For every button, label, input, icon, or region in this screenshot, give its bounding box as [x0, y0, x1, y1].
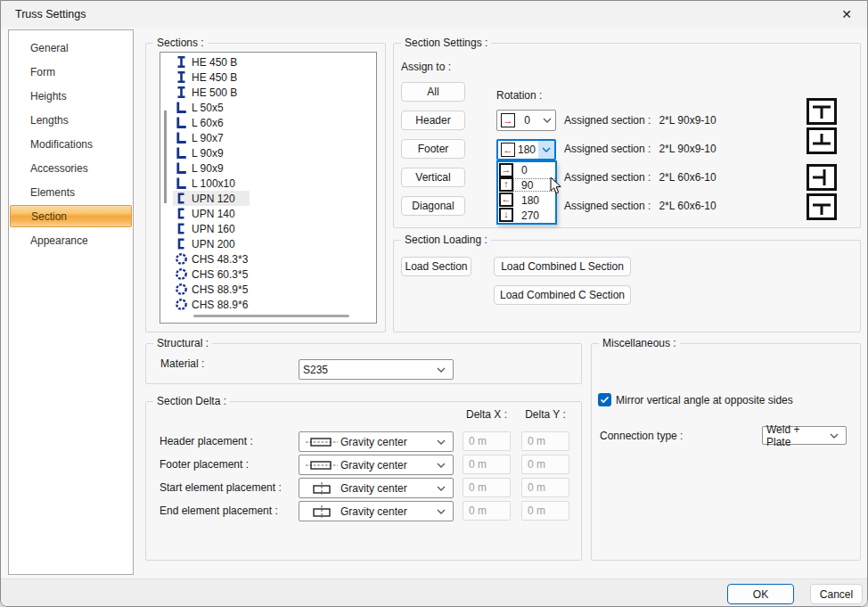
section-list-item[interactable]: HE 450 B [160, 70, 376, 85]
assign-button[interactable]: Diagonal [401, 196, 465, 216]
ok-button[interactable]: OK [727, 584, 794, 604]
section-list-item[interactable]: L 90x7 [160, 130, 376, 145]
load-combined-c-section-button[interactable]: Load Combined C Section [494, 285, 631, 305]
section-list-item[interactable]: L 60x6 [160, 115, 376, 130]
sidebar-item-label: Accessories [30, 162, 88, 175]
section-list-item[interactable]: HE 500 B [160, 85, 376, 100]
placement-combo[interactable]: Gravity center [299, 455, 454, 475]
rotation-arrow-icon: ↓ [499, 208, 513, 222]
sidebar-item[interactable]: Appearance [9, 228, 133, 252]
section-list-item[interactable]: CHS 48.3*3 [160, 251, 376, 267]
l-angle-icon [175, 176, 188, 190]
connection-type-value: Weld + Plate [766, 423, 826, 448]
assign-button-label: All [427, 86, 438, 98]
load-combined-l-section-button[interactable]: Load Combined L Section [494, 257, 631, 276]
assign-button-label: Diagonal [412, 200, 454, 212]
assign-button[interactable]: Footer [401, 139, 465, 159]
i-beam-icon [175, 55, 188, 69]
sidebar-item[interactable]: Modifications [9, 132, 133, 156]
sidebar-item[interactable]: General [9, 36, 133, 60]
connection-type-combo[interactable]: Weld + Plate [762, 426, 847, 445]
delta-x-field[interactable]: 0 m [463, 501, 511, 521]
rotation-arrow-icon: → [499, 163, 513, 177]
assign-button[interactable]: Header [401, 111, 465, 130]
sections-listbox[interactable]: HE 450 B HE 450 B [160, 52, 377, 324]
sidebar-item[interactable]: Heights [9, 84, 133, 108]
sidebar-item-label: Appearance [30, 234, 88, 247]
section-list-item[interactable]: L 50x5 [160, 100, 376, 115]
rotation-option[interactable]: → 0 [498, 162, 555, 177]
chevron-down-icon [433, 479, 449, 497]
placement-combo[interactable]: Gravity center [299, 431, 454, 452]
section-list-item[interactable]: UPN 200 [160, 236, 376, 251]
section-list-item[interactable]: L 100x10 [160, 176, 376, 191]
placement-value: Gravity center [340, 459, 433, 472]
section-list-item-label: UPN 200 [192, 238, 235, 250]
placement-row: Header placement : Gravity center 0 m 0 … [146, 431, 581, 452]
section-list-item[interactable]: UPN 140 [160, 206, 376, 221]
sidebar-item-label: Section [31, 210, 67, 223]
section-list-item[interactable]: CHS 88.9*6 [160, 297, 376, 312]
assigned-section-row: Assigned section : 2*L 60x6-10 [564, 171, 717, 184]
sidebar-item[interactable]: Section [10, 205, 132, 227]
delta-x-field[interactable]: 0 m [463, 478, 511, 497]
placement-value: Gravity center [340, 436, 433, 448]
sidebar-item-label: Lengths [30, 114, 69, 127]
placement-combo[interactable]: Gravity center [299, 501, 454, 521]
cancel-button[interactable]: Cancel [810, 584, 863, 604]
sidebar-item[interactable]: Elements [9, 180, 133, 204]
assigned-section-row: Assigned section : 2*L 90x9-10 [564, 143, 717, 155]
assigned-section-value: 2*L 90x9-10 [659, 114, 716, 127]
assigned-section-label: Assigned section : [564, 143, 651, 155]
assign-button[interactable]: Vertical [401, 168, 465, 187]
assigned-section-label: Assigned section : [564, 114, 651, 127]
chevron-down-icon [826, 427, 842, 444]
section-list-item[interactable]: CHS 88.9*5 [160, 282, 376, 297]
chevron-down-icon [433, 502, 449, 521]
section-list-item[interactable]: CHS 60.3*5 [160, 267, 376, 282]
delta-y-field[interactable]: 0 m [521, 431, 569, 451]
section-list-item-label: L 90x7 [192, 132, 224, 144]
section-list-item-label: L 90x9 [192, 162, 224, 175]
sidebar-item[interactable]: Accessories [9, 156, 133, 180]
truss-settings-dialog: Truss Settings ✕ General Form Heights Le… [0, 0, 868, 607]
list-horizontal-scrollbar[interactable] [193, 315, 349, 317]
rotation-option[interactable]: ↓ 270 [498, 208, 555, 223]
assign-button-label: Vertical [415, 171, 450, 184]
section-orientation-icon [807, 98, 837, 125]
section-list-item[interactable]: L 90x9 [160, 145, 376, 160]
placement-row: Footer placement : Gravity center 0 m 0 … [146, 455, 581, 475]
section-list-item[interactable]: UPN 160 [160, 221, 376, 236]
titlebar: Truss Settings ✕ [1, 1, 867, 28]
delta-y-field[interactable]: 0 m [521, 478, 569, 497]
section-list-item-label: UPN 140 [192, 208, 235, 220]
close-icon[interactable]: ✕ [826, 1, 867, 28]
connection-type-label: Connection type : [600, 430, 683, 442]
list-vertical-scroll-indicator[interactable] [164, 111, 167, 203]
placement-combo[interactable]: Gravity center [299, 478, 454, 498]
l-angle-icon [175, 116, 188, 129]
assign-button[interactable]: All [401, 82, 465, 102]
rotation-option-label: 90 [521, 179, 533, 192]
material-combo[interactable]: S235 [299, 359, 454, 380]
rotation-combo-footer[interactable]: ← 180 [496, 139, 556, 160]
rotation-option[interactable]: ← 180 [498, 193, 555, 208]
chevron-down-icon[interactable] [538, 141, 554, 159]
sidebar-item[interactable]: Form [9, 60, 133, 84]
delta-x-field[interactable]: 0 m [463, 455, 511, 474]
section-list-item[interactable]: UPN 120 [160, 191, 376, 206]
rotation-option[interactable]: ↑ 90 [498, 177, 555, 193]
rotation-label: Rotation : [496, 89, 542, 102]
mirror-checkbox[interactable] [598, 393, 611, 406]
i-beam-icon [175, 86, 188, 99]
section-list-item[interactable]: L 90x9 [160, 160, 376, 176]
placement-label: Start element placement : [160, 481, 282, 494]
rotation-combo-header[interactable]: → 0 [496, 110, 556, 131]
sidebar-item[interactable]: Lengths [9, 108, 133, 132]
load-section-button[interactable]: Load Section [401, 257, 471, 276]
section-list-item[interactable]: HE 450 B [160, 54, 376, 70]
section-delta-group-label: Section Delta : [153, 395, 230, 407]
delta-y-field[interactable]: 0 m [521, 501, 569, 521]
delta-y-field[interactable]: 0 m [521, 455, 569, 474]
delta-x-field[interactable]: 0 m [463, 431, 511, 451]
